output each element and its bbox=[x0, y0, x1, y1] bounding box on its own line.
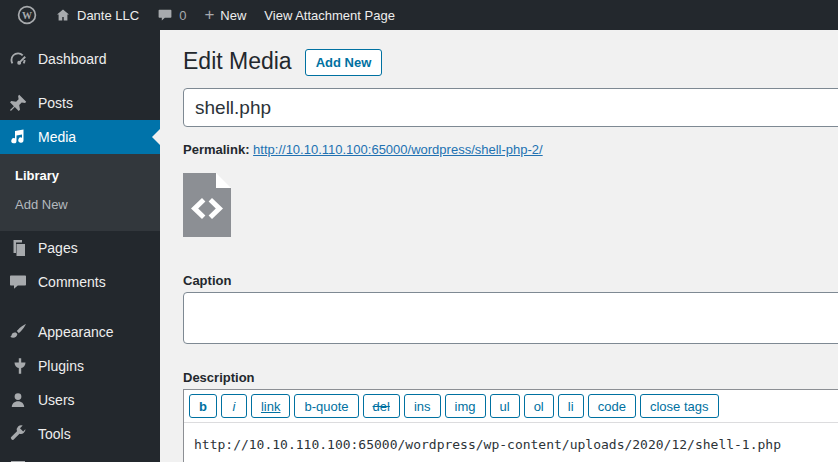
code-file-icon bbox=[183, 173, 231, 237]
caption-textarea[interactable] bbox=[183, 292, 838, 344]
sidebar-item-comments[interactable]: Comments bbox=[0, 265, 160, 299]
edit-media-page: Edit Media Add New Permalink: http://10.… bbox=[160, 30, 838, 462]
wrench-icon bbox=[8, 424, 28, 444]
add-new-button[interactable]: Add New bbox=[305, 49, 383, 76]
quicktag-link-button[interactable]: link bbox=[251, 394, 291, 418]
quicktag-close-tags-button[interactable]: close tags bbox=[640, 394, 719, 418]
sidebar-item-label: Appearance bbox=[38, 324, 114, 340]
quicktag-ins-button[interactable]: ins bbox=[404, 394, 441, 418]
wordpress-logo[interactable]: W bbox=[8, 0, 46, 30]
quicktag-i-button[interactable]: i bbox=[221, 394, 247, 418]
media-title-input[interactable] bbox=[183, 88, 838, 127]
sidebar-item-label: Dashboard bbox=[38, 51, 107, 67]
sidebar-item-tools[interactable]: Tools bbox=[0, 417, 160, 451]
sidebar-item-posts[interactable]: Posts bbox=[0, 86, 160, 120]
sidebar-item-plugins[interactable]: Plugins bbox=[0, 349, 160, 383]
quicktags-toolbar: bilinkb-quotedelinsimgulollicodeclose ta… bbox=[184, 390, 838, 423]
admin-bar-view-attachment-page[interactable]: View Attachment Page bbox=[255, 0, 404, 30]
sidebar-item-media[interactable]: Media bbox=[0, 120, 160, 154]
sidebar-item-label: Posts bbox=[38, 95, 73, 111]
quicktag-del-button[interactable]: del bbox=[363, 394, 400, 418]
sidebar-item-label: Plugins bbox=[38, 358, 84, 374]
page-title: Edit Media bbox=[183, 46, 292, 76]
user-icon bbox=[8, 390, 28, 410]
page-header: Edit Media Add New bbox=[183, 46, 838, 76]
svg-text:W: W bbox=[22, 10, 32, 21]
home-icon bbox=[55, 7, 71, 23]
quicktag-b-button[interactable]: b bbox=[189, 394, 217, 418]
admin-bar-site-name[interactable]: Dante LLC bbox=[46, 0, 148, 30]
quicktag-ul-button[interactable]: ul bbox=[490, 394, 520, 418]
description-label: Description bbox=[183, 370, 838, 385]
sidebar-item-label: Tools bbox=[38, 426, 71, 442]
new-label: New bbox=[220, 8, 246, 23]
media-note-icon bbox=[8, 127, 28, 147]
admin-bar-comments[interactable]: 0 bbox=[148, 0, 195, 30]
sidebar-item-dashboard[interactable]: Dashboard bbox=[0, 42, 160, 76]
comment-count: 0 bbox=[179, 8, 186, 23]
plug-icon bbox=[8, 356, 28, 376]
sidebar-item-label: Media bbox=[38, 129, 76, 145]
quicktag-ol-button[interactable]: ol bbox=[524, 394, 554, 418]
quicktag-li-button[interactable]: li bbox=[558, 394, 584, 418]
admin-bar: W Dante LLC 0 + New View Attachment Page bbox=[0, 0, 838, 30]
description-editor: bilinkb-quotedelinsimgulollicodeclose ta… bbox=[183, 389, 838, 462]
sidebar-item-label: Pages bbox=[38, 240, 78, 256]
admin-sidebar: DashboardPostsMediaLibraryAdd NewPagesCo… bbox=[0, 30, 160, 462]
sidebar-item-label: Comments bbox=[38, 274, 106, 290]
pages-icon bbox=[8, 238, 28, 258]
comment-bubble-icon bbox=[157, 7, 173, 23]
wordpress-logo-icon: W bbox=[17, 5, 37, 25]
permalink-link[interactable]: http://10.10.110.100:65000/wordpress/she… bbox=[253, 142, 543, 157]
submenu-item-library[interactable]: Library bbox=[0, 161, 160, 190]
submenu-item-add-new[interactable]: Add New bbox=[0, 190, 160, 219]
site-name-label: Dante LLC bbox=[77, 8, 139, 23]
dashboard-icon bbox=[8, 49, 28, 69]
plus-icon: + bbox=[204, 6, 214, 23]
sidebar-item-users[interactable]: Users bbox=[0, 383, 160, 417]
pushpin-icon bbox=[8, 93, 28, 113]
description-textarea[interactable]: http://10.10.110.100:65000/wordpress/wp-… bbox=[184, 423, 838, 462]
view-attachment-label: View Attachment Page bbox=[264, 8, 395, 23]
quicktag-code-button[interactable]: code bbox=[588, 394, 636, 418]
sidebar-item-label: Users bbox=[38, 392, 75, 408]
quicktag-img-button[interactable]: img bbox=[445, 394, 486, 418]
settings-icon bbox=[8, 458, 28, 462]
caption-label: Caption bbox=[183, 273, 838, 288]
media-submenu: LibraryAdd New bbox=[0, 154, 160, 231]
sidebar-item-appearance[interactable]: Appearance bbox=[0, 315, 160, 349]
permalink-label: Permalink: bbox=[183, 142, 249, 157]
sidebar-item-settings[interactable]: Settings bbox=[0, 451, 160, 462]
brush-icon bbox=[8, 322, 28, 342]
quicktag-b-quote-button[interactable]: b-quote bbox=[294, 394, 358, 418]
permalink-row: Permalink: http://10.10.110.100:65000/wo… bbox=[183, 142, 838, 157]
sidebar-item-pages[interactable]: Pages bbox=[0, 231, 160, 265]
admin-bar-new[interactable]: + New bbox=[195, 0, 255, 30]
comments-icon bbox=[8, 272, 28, 292]
